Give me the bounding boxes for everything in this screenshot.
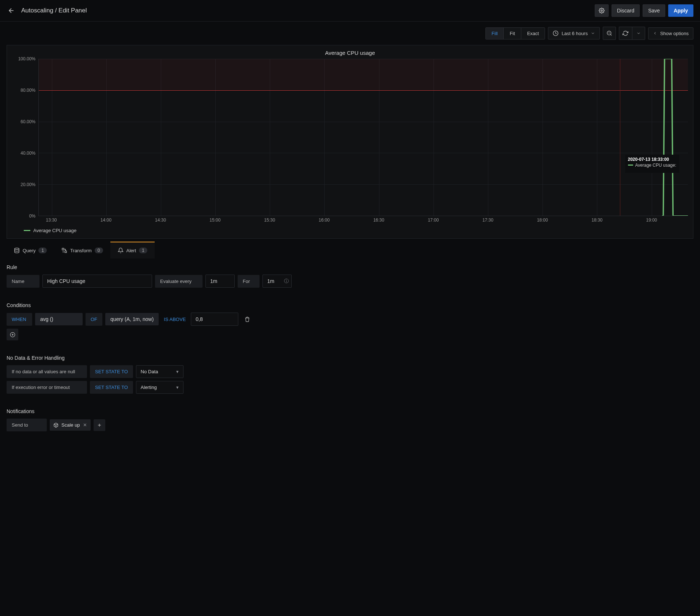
tab-query-label: Query (23, 248, 35, 253)
plus-circle-icon (10, 332, 15, 337)
add-condition-button[interactable] (7, 329, 18, 340)
x-axis: 13:30 14:00 14:30 15:00 15:30 16:00 16:3… (38, 216, 688, 223)
chevron-down-icon (591, 31, 595, 35)
chart-plot[interactable]: ♥ 0.8 ⋮⋮ 2020-07-13 18:33:00 Average CPU… (38, 59, 688, 216)
x-tick: 19:00 (646, 218, 657, 223)
delete-condition-button[interactable] (241, 313, 253, 325)
refresh-button[interactable] (619, 27, 632, 40)
evaluate-every-label: Evaluate every (155, 275, 203, 288)
display-fit[interactable]: Fit (504, 28, 521, 39)
chart-panel: Average CPU usage 100.00% 80.00% 60.00% … (7, 45, 693, 239)
time-range-label: Last 6 hours (561, 31, 588, 36)
tab-transform-count: 0 (95, 247, 103, 253)
chart-title: Average CPU usage (12, 50, 688, 56)
tab-transform-label: Transform (70, 248, 92, 253)
gear-icon (599, 8, 605, 14)
zoom-out-button[interactable] (603, 27, 616, 40)
display-exact[interactable]: Exact (521, 28, 545, 39)
page-title: Autoscaling / Edit Panel (21, 7, 87, 14)
tab-transform[interactable]: Transform 0 (54, 242, 110, 258)
conditions-section-title: Conditions (7, 302, 693, 308)
show-options-button[interactable]: Show options (648, 27, 693, 39)
threshold-input[interactable] (191, 313, 238, 326)
tab-alert[interactable]: Alert 1 (110, 242, 155, 258)
svg-rect-4 (62, 248, 64, 250)
arrow-left-icon (8, 7, 15, 14)
svg-rect-5 (65, 251, 67, 253)
aggregation-selector[interactable]: avg () (35, 313, 83, 325)
nodata-state-value: No Data (141, 369, 158, 374)
trash-icon (245, 317, 250, 322)
tab-alert-label: Alert (126, 248, 136, 253)
y-tick: 60.00% (20, 119, 35, 124)
chevron-down-icon (636, 31, 641, 35)
back-button[interactable] (7, 6, 16, 15)
settings-button[interactable] (595, 4, 609, 17)
series-line (39, 59, 688, 216)
svg-point-3 (15, 248, 19, 249)
discard-button[interactable]: Discard (612, 4, 640, 17)
tab-alert-count: 1 (139, 247, 147, 253)
rule-name-input[interactable] (42, 275, 152, 288)
of-label: OF (86, 313, 102, 326)
notification-channel-tag[interactable]: Scale up ✕ (50, 419, 91, 431)
notification-channel-name: Scale up (61, 422, 80, 428)
show-options-label: Show options (660, 31, 689, 36)
legend-label: Average CPU usage (33, 228, 76, 233)
tab-query-count: 1 (38, 247, 47, 253)
tooltip-series-label: Average CPU usage: (635, 163, 677, 168)
x-tick: 17:00 (428, 218, 439, 223)
plus-icon (97, 423, 102, 428)
tab-query[interactable]: Query 1 (7, 242, 54, 258)
y-tick: 0% (29, 213, 35, 219)
query-selector[interactable]: query (A, 1m, now) (105, 313, 159, 325)
y-tick: 20.00% (20, 182, 35, 187)
tooltip-timestamp: 2020-07-13 18:33:00 (628, 157, 677, 162)
x-tick: 14:30 (155, 218, 166, 223)
x-tick: 18:30 (591, 218, 602, 223)
save-button[interactable]: Save (643, 4, 665, 17)
operator-selector[interactable]: IS ABOVE (162, 317, 188, 322)
x-tick: 15:30 (264, 218, 275, 223)
evaluate-every-input[interactable] (205, 275, 235, 288)
cube-icon (53, 423, 58, 428)
legend-swatch (24, 230, 30, 231)
x-tick: 17:30 (483, 218, 493, 223)
y-tick: 100.00% (18, 56, 35, 61)
display-fill[interactable]: Fill (486, 28, 504, 39)
for-label: For (238, 275, 260, 288)
nodata-label: If no data or all values are null (7, 365, 87, 378)
refresh-icon (623, 30, 628, 36)
exec-error-state-value: Alerting (141, 385, 157, 390)
when-label: WHEN (7, 313, 32, 326)
nodata-state-select[interactable]: No Data ▾ (136, 365, 183, 378)
x-tick: 13:30 (46, 218, 57, 223)
y-axis: 100.00% 80.00% 60.00% 40.00% 20.00% 0% (12, 59, 38, 216)
bottom-tabs: Query 1 Transform 0 Alert 1 (7, 242, 693, 258)
y-tick: 80.00% (20, 88, 35, 93)
exec-error-state-select[interactable]: Alerting ▾ (136, 381, 183, 394)
zoom-out-icon (606, 30, 612, 36)
database-icon (14, 247, 20, 253)
send-to-label: Send to (7, 419, 47, 431)
x-tick: 15:00 (209, 218, 220, 223)
info-icon[interactable]: ⓘ (284, 278, 289, 284)
y-tick: 40.00% (20, 151, 35, 156)
rule-section-title: Rule (7, 264, 693, 270)
chart-legend[interactable]: Average CPU usage (24, 228, 688, 233)
x-tick: 16:00 (319, 218, 330, 223)
exec-error-label: If execution error or timeout (7, 381, 87, 394)
display-mode-group: Fill Fit Exact (485, 27, 545, 39)
time-range-picker[interactable]: Last 6 hours (548, 27, 600, 39)
apply-button[interactable]: Apply (668, 4, 693, 17)
add-channel-button[interactable] (94, 419, 105, 431)
rule-name-label: Name (7, 275, 39, 288)
svg-point-0 (601, 10, 602, 11)
chevron-left-icon (653, 31, 657, 35)
refresh-interval-button[interactable] (632, 27, 645, 40)
remove-channel-button[interactable]: ✕ (83, 422, 87, 428)
chart-tooltip: 2020-07-13 18:33:00 Average CPU usage: (625, 155, 680, 173)
nodata-section-title: No Data & Error Handling (7, 355, 693, 361)
transform-icon (61, 247, 67, 253)
caret-down-icon: ▾ (176, 385, 179, 390)
